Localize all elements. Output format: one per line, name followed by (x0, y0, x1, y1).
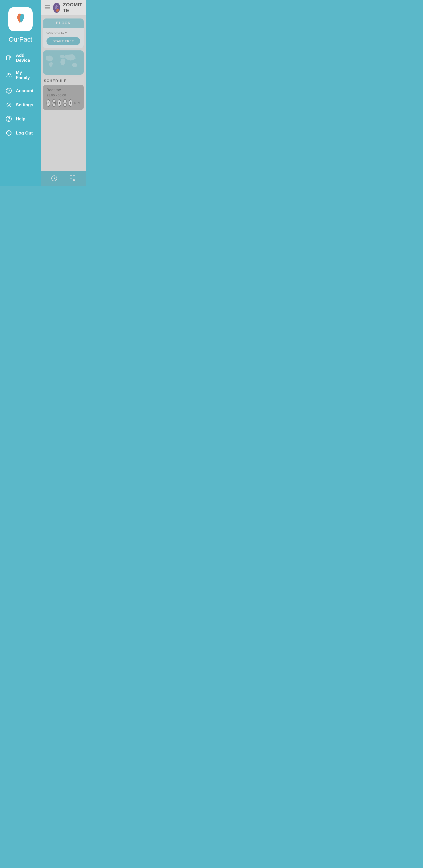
sidebar-item-account[interactable]: Account (3, 84, 37, 97)
svg-point-8 (6, 116, 11, 122)
day-circle-active[interactable]: S (47, 99, 50, 107)
svg-point-20 (56, 5, 57, 6)
schedule-title: Bedtime (47, 88, 80, 92)
sidebar-item-log-out[interactable]: Log Out (3, 126, 37, 140)
map-section (43, 51, 84, 74)
app-name-label: OurPact (8, 36, 32, 43)
schedule-section: SCHEDULE Bedtime 21:00 - 05:00 SMTWTFS (43, 77, 84, 110)
add-device-icon (5, 54, 12, 61)
day-text-inactive: F (74, 101, 76, 105)
start-free-button[interactable]: START FREE (47, 37, 80, 45)
schedule-time: 21:00 - 05:00 (47, 93, 80, 97)
day-circle-active[interactable]: T (57, 99, 61, 107)
svg-line-23 (54, 178, 55, 179)
block-tab[interactable]: BLOCK (43, 19, 84, 28)
svg-rect-15 (55, 6, 58, 9)
block-tabs: BLOCK (43, 19, 84, 28)
sidebar-item-settings[interactable]: Settings (3, 98, 37, 112)
welcome-text: Welcome to O (47, 31, 80, 35)
bottom-nav-apps[interactable] (67, 173, 78, 184)
top-bar: ! ZOOMIT TE (41, 0, 86, 16)
svg-rect-17 (57, 7, 58, 8)
sidebar-item-add-device[interactable]: Add Device (3, 50, 37, 66)
hamburger-icon[interactable] (44, 4, 51, 11)
bottom-nav (41, 171, 86, 186)
header-title: ZOOMIT TE (63, 2, 82, 13)
settings-label: Settings (16, 102, 33, 107)
my-family-label: My Family (16, 70, 35, 80)
logout-icon (5, 129, 12, 136)
family-icon (5, 71, 12, 79)
day-text-inactive: S (78, 101, 80, 105)
account-icon (5, 87, 12, 94)
notification-badge: ! (56, 9, 60, 12)
svg-point-9 (8, 120, 9, 120)
svg-rect-16 (56, 7, 56, 8)
day-circle-active[interactable]: W (63, 99, 67, 107)
day-circle-active[interactable]: M (52, 99, 56, 107)
sidebar-item-my-family[interactable]: My Family (3, 67, 37, 83)
svg-rect-18 (56, 8, 58, 8)
day-circle-active[interactable]: T (69, 99, 73, 107)
schedule-card[interactable]: Bedtime 21:00 - 05:00 SMTWTFS (43, 85, 84, 110)
svg-point-3 (7, 73, 8, 75)
svg-point-5 (8, 89, 10, 91)
help-label: Help (16, 117, 25, 122)
log-out-label: Log Out (16, 130, 33, 135)
account-label: Account (16, 88, 33, 93)
sidebar-item-help[interactable]: Help (3, 112, 37, 125)
help-icon (5, 115, 12, 122)
svg-rect-25 (73, 176, 75, 178)
svg-point-7 (8, 104, 10, 106)
schedule-section-label: SCHEDULE (43, 77, 84, 85)
welcome-body: Welcome to O START FREE (43, 28, 84, 48)
days-row: SMTWTFS (47, 99, 80, 107)
world-map-svg (43, 51, 84, 74)
main-content: ! ZOOMIT TE BLOCK Welcome to O START FRE… (41, 0, 86, 186)
svg-point-4 (10, 73, 11, 74)
svg-rect-26 (70, 179, 72, 181)
sidebar: OurPact Add Device (0, 0, 41, 186)
avatar: ! (53, 3, 60, 13)
logo-svg (12, 11, 29, 28)
bottom-nav-clock[interactable] (49, 173, 60, 184)
svg-rect-0 (7, 56, 10, 60)
settings-icon (5, 101, 12, 108)
app-logo (8, 7, 33, 31)
svg-rect-24 (70, 176, 72, 178)
nav-list: Add Device My Family (0, 50, 41, 140)
welcome-card: BLOCK Welcome to O START FREE (43, 19, 84, 48)
add-device-label: Add Device (16, 53, 35, 63)
